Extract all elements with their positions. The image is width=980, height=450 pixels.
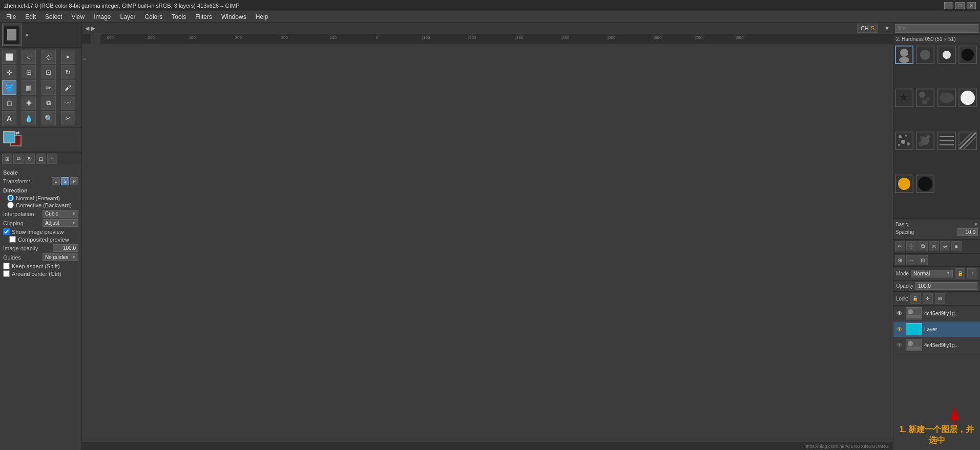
brush-yellow-circle[interactable] xyxy=(895,175,913,193)
duplicate-icon[interactable]: ⧉ xyxy=(13,154,24,164)
tool-text[interactable]: A xyxy=(2,111,16,125)
layer-item-2[interactable]: 👁 Layer xyxy=(893,322,980,337)
menu-windows[interactable]: Windows xyxy=(217,12,251,22)
layers-lock-alpha[interactable]: ⊞ xyxy=(935,293,945,304)
interpolation-dropdown[interactable]: Cubic ▼ xyxy=(43,210,78,218)
brush-delete-btn[interactable]: ✕ xyxy=(929,241,939,251)
layers-opacity-value[interactable]: 100.0 xyxy=(915,282,977,290)
tool-heal[interactable]: ✚ xyxy=(22,96,36,110)
svg-point-43 xyxy=(920,136,924,140)
svg-text:★: ★ xyxy=(899,92,908,103)
layer-eye-3[interactable]: 👁 xyxy=(895,341,904,349)
transform-path-btn[interactable]: P xyxy=(70,177,78,185)
tool-align[interactable]: ⊞ xyxy=(22,65,36,79)
tool-rectangle-select[interactable]: ⬜ xyxy=(2,50,16,64)
tool-move[interactable]: ✛ xyxy=(2,65,16,79)
tool-clone[interactable]: ⧉ xyxy=(41,96,56,110)
image-thumbnail[interactable] xyxy=(2,24,22,46)
foreground-color-swatch[interactable] xyxy=(3,131,15,143)
layers-mode-text: Normal xyxy=(913,271,930,276)
layer-item-1[interactable]: 👁 4c45ed9fly1g... xyxy=(893,306,980,322)
menu-filters[interactable]: Filters xyxy=(191,12,216,22)
brush-dark-circle[interactable] xyxy=(916,46,934,64)
tool-smudge[interactable]: 〰 xyxy=(61,96,75,110)
layers-lock-pixels[interactable]: 🔒 xyxy=(910,293,921,304)
brush-duplicate-btn[interactable]: ⧉ xyxy=(918,241,928,251)
transform-selection-btn[interactable]: S xyxy=(61,177,69,185)
keep-aspect-checkbox[interactable] xyxy=(3,263,10,269)
tool-crop[interactable]: ⊡ xyxy=(41,65,56,79)
show-image-preview-checkbox[interactable] xyxy=(3,228,10,235)
layers-icon1[interactable]: ⊞ xyxy=(895,255,905,265)
brush-grunge1[interactable] xyxy=(916,89,934,107)
menu-select[interactable]: Select xyxy=(41,12,66,22)
brush-new-btn[interactable]: ➕ xyxy=(906,241,916,251)
menu-help[interactable]: Help xyxy=(252,12,273,22)
brush-star[interactable]: ★ xyxy=(895,89,913,107)
menu-layer[interactable]: Layer xyxy=(116,12,140,22)
minimize-button[interactable]: — xyxy=(944,2,953,9)
tool-paint-bucket[interactable]: 🪣 xyxy=(2,80,16,95)
brush-white-lg[interactable] xyxy=(958,89,977,107)
tool-ellipse-select[interactable]: ○ xyxy=(22,50,36,64)
close-button[interactable]: ✕ xyxy=(967,2,976,9)
tool-scissors[interactable]: ✂ xyxy=(61,111,75,125)
menu-colors[interactable]: Colors xyxy=(141,12,167,22)
brush-white-sm[interactable] xyxy=(937,46,956,64)
brush-filter-input[interactable] xyxy=(895,24,978,33)
composited-preview-checkbox[interactable] xyxy=(9,236,16,243)
guides-dropdown[interactable]: No guides ▼ xyxy=(43,253,78,261)
direction-normal-radio[interactable] xyxy=(7,195,14,201)
brush-black-lg[interactable] xyxy=(916,175,934,193)
brush-black-circle[interactable] xyxy=(958,46,977,64)
brush-spatter2[interactable] xyxy=(916,132,934,150)
fit-icon[interactable]: ⊡ xyxy=(36,154,46,164)
new-image-icon[interactable]: ⊞ xyxy=(2,154,12,164)
layer-eye-2[interactable]: 👁 xyxy=(895,325,904,333)
direction-corrective-radio[interactable] xyxy=(7,202,14,208)
tool-blend[interactable]: ▦ xyxy=(22,80,36,95)
brush-spacing-value[interactable]: 10.0 xyxy=(957,228,978,236)
layers-mode-dropdown[interactable]: Normal ▼ xyxy=(911,270,953,277)
canvas-mode-dropdown-arrow[interactable]: ▼ xyxy=(884,25,890,31)
layers-icon3[interactable]: ⊡ xyxy=(918,255,928,265)
image-opacity-value[interactable]: 100.0 xyxy=(53,244,78,252)
transform-label: Transform: xyxy=(3,178,30,184)
tool-rotate[interactable]: ↻ xyxy=(61,65,75,79)
menu-file[interactable]: File xyxy=(2,12,20,22)
layers-mode-lock2[interactable]: ↑ xyxy=(967,268,977,278)
layer-eye-1[interactable]: 👁 xyxy=(895,309,904,317)
brush-grunge2[interactable] xyxy=(937,89,956,107)
brush-spatter1[interactable] xyxy=(895,132,913,150)
brush-edit-btn[interactable]: ✏ xyxy=(895,241,905,251)
menu-view[interactable]: View xyxy=(67,12,89,22)
tool-eraser[interactable]: ◻ xyxy=(2,96,16,110)
brush-diagonal[interactable] xyxy=(958,132,977,150)
layers-mode-lock1[interactable]: 🔒 xyxy=(955,268,965,278)
transform-layer-btn[interactable]: L xyxy=(52,177,60,185)
clipping-dropdown[interactable]: Adjust ▼ xyxy=(43,219,78,227)
tool-pencil[interactable]: ✏ xyxy=(41,80,56,95)
menu-icon[interactable]: ≡ xyxy=(47,154,57,164)
layers-lock-position[interactable]: ✛ xyxy=(923,293,933,304)
layer-item-3[interactable]: 👁 4c45ed9fly1g... xyxy=(893,337,980,353)
menu-image[interactable]: Image xyxy=(90,12,115,22)
layers-icon2[interactable]: ↔ xyxy=(906,255,916,265)
tool-fuzzy-select[interactable]: ✦ xyxy=(61,50,75,64)
menu-edit[interactable]: Edit xyxy=(21,12,40,22)
brush-lines[interactable] xyxy=(937,132,956,150)
color-swatches: ⇄ xyxy=(2,130,33,149)
refresh-icon[interactable]: ↻ xyxy=(25,154,35,164)
menu-tools[interactable]: Tools xyxy=(168,12,190,22)
image-close-button[interactable]: ✕ xyxy=(25,32,29,38)
brush-refresh-btn[interactable]: ↩ xyxy=(940,241,950,251)
around-center-checkbox[interactable] xyxy=(3,270,10,277)
tool-paintbrush[interactable]: 🖌 xyxy=(61,80,75,95)
tool-free-select[interactable]: ◇ xyxy=(41,50,56,64)
brush-menu-btn[interactable]: ≡ xyxy=(951,241,962,251)
maximize-button[interactable]: □ xyxy=(955,2,965,9)
color-swap-button[interactable]: ⇄ xyxy=(15,130,19,136)
tool-color-picker[interactable]: 💧 xyxy=(22,111,36,125)
tool-zoom[interactable]: 🔍 xyxy=(41,111,56,125)
brush-face[interactable] xyxy=(895,46,913,64)
